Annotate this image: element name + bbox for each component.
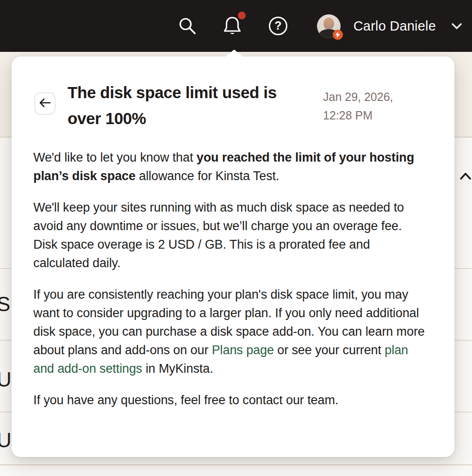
- lightning-badge-icon: [333, 30, 343, 40]
- text-segment: We'll keep your sites running with as mu…: [33, 200, 404, 270]
- back-button[interactable]: [34, 92, 56, 115]
- chevron-up-icon[interactable]: [460, 171, 472, 183]
- notification-popup: The disk space limit used is over 100% J…: [12, 56, 454, 457]
- svg-text:?: ?: [274, 19, 281, 32]
- notification-paragraph: If you are consistently reaching your pl…: [33, 285, 427, 378]
- inline-link[interactable]: Plans page: [212, 343, 274, 357]
- chevron-down-icon: [450, 19, 464, 33]
- text-segment: or see your current: [274, 343, 385, 357]
- notification-paragraph: We'll keep your sites running with as mu…: [33, 198, 427, 272]
- user-name: Carlo Daniele: [354, 19, 436, 34]
- text-segment: in MyKinsta.: [142, 362, 213, 376]
- popup-notch: [224, 50, 244, 57]
- screen: SD US US ?: [0, 0, 472, 476]
- text-segment: allowance for Kinsta Test.: [136, 169, 279, 183]
- topbar: ? Carlo Daniele: [0, 0, 472, 52]
- avatar-face: [323, 18, 334, 30]
- search-icon[interactable]: [177, 16, 198, 36]
- text-segment: If you have any questions, feel free to …: [33, 393, 338, 407]
- notification-paragraph: If you have any questions, feel free to …: [33, 391, 427, 409]
- popup-header: The disk space limit used is over 100% J…: [12, 56, 454, 132]
- text-segment: We'd like to let you know that: [33, 150, 197, 164]
- notification-paragraph: We'd like to let you know that you reach…: [33, 148, 427, 185]
- help-icon[interactable]: ?: [268, 16, 288, 36]
- user-menu[interactable]: Carlo Daniele: [317, 14, 464, 38]
- divider: [0, 464, 472, 465]
- arrow-left-icon: [39, 98, 51, 109]
- notification-body: We'd like to let you know that you reach…: [12, 132, 454, 409]
- avatar: [317, 14, 341, 38]
- notification-title: The disk space limit used is over 100%: [68, 80, 317, 132]
- notification-timestamp: Jan 29, 2026, 12:28 PM: [323, 88, 412, 125]
- notifications-bell-icon[interactable]: [222, 15, 243, 37]
- unread-notification-dot: [238, 12, 246, 19]
